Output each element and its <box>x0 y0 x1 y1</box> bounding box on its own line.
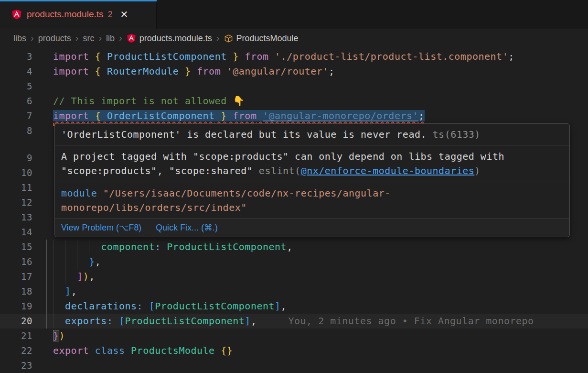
code-line-content[interactable]: // This import is not allowed 👇 <box>53 94 588 109</box>
code-line[interactable]: 17 ]), <box>0 269 588 284</box>
line-number[interactable]: 18 <box>0 284 32 299</box>
breadcrumb-item-libs[interactable]: libs <box>13 33 26 44</box>
hover-actions-bar: View Problem (⌥F8) Quick Fix... (⌘.) <box>55 219 569 237</box>
line-number[interactable]: 19 <box>0 299 32 314</box>
line-number[interactable]: 7 <box>0 109 32 123</box>
tab-bar: products.module.ts 2 ✕ <box>0 0 588 29</box>
line-number[interactable]: 3 <box>0 49 32 64</box>
tab-error-count-badge: 2 <box>108 10 113 20</box>
tab-title: products.module.ts <box>27 9 104 20</box>
line-number[interactable]: 12 <box>0 195 32 210</box>
line-number[interactable]: 20 <box>0 314 32 329</box>
git-blame-annotation: You, 2 minutes ago • Fix Angular monorep… <box>257 315 534 327</box>
code-line[interactable]: 6// This import is not allowed 👇 <box>0 94 588 109</box>
breadcrumb-item-symbol[interactable]: ProductsModule <box>224 33 299 44</box>
view-problem-action[interactable]: View Problem (⌥F8) <box>61 222 141 234</box>
quick-fix-action[interactable]: Quick Fix... (⌘.) <box>156 222 218 234</box>
bracket-pair-guide <box>46 314 47 329</box>
code-line-content[interactable]: import { ProductListComponent } from './… <box>53 49 588 64</box>
line-number[interactable]: 8 <box>0 123 32 138</box>
hover-message-row: A project tagged with "scope:products" c… <box>55 145 569 182</box>
breadcrumb-item-products[interactable]: products <box>38 33 71 44</box>
line-number[interactable]: 17 <box>0 269 32 284</box>
code-line-content[interactable]: ], <box>53 284 588 299</box>
indent-guide <box>53 269 53 284</box>
code-line-content[interactable]: declarations: [ProductListComponent], <box>53 299 588 314</box>
active-tab-indicator <box>0 0 157 1</box>
error-underlined-statement: import { OrderListComponent } from '@ang… <box>53 110 425 121</box>
code-line-content[interactable]: component: ProductListComponent, <box>53 240 588 254</box>
line-number[interactable]: 6 <box>0 94 32 109</box>
code-line[interactable]: 16 }, <box>0 254 588 269</box>
line-number[interactable]: 11 <box>0 180 32 195</box>
bracket-pair-guide <box>46 284 47 299</box>
breadcrumb-item-src[interactable]: src <box>83 33 94 44</box>
code-line[interactable]: 23 <box>0 358 588 373</box>
code-line-content[interactable]: exports: [ProductListComponent],You, 2 m… <box>53 314 588 329</box>
code-line-content[interactable]: export class ProductsModule {} <box>53 343 588 358</box>
bracket-pair-guide <box>46 240 47 254</box>
hover-message-row: 'OrderListComponent' is declared but its… <box>55 124 569 145</box>
indent-guide <box>65 240 65 254</box>
indent-guide <box>77 254 77 269</box>
code-line[interactable]: 7import { OrderListComponent } from '@an… <box>0 109 588 123</box>
line-number[interactable]: 22 <box>0 343 32 358</box>
angular-icon <box>127 33 136 43</box>
line-number[interactable]: 13 <box>0 210 32 225</box>
code-editor[interactable]: 3import { ProductListComponent } from '.… <box>0 48 588 373</box>
code-line[interactable]: 15 component: ProductListComponent, <box>0 240 588 254</box>
editor-tab[interactable]: products.module.ts 2 ✕ <box>0 0 157 29</box>
indent-guide <box>53 240 53 254</box>
chevron-right-icon: › <box>75 33 79 44</box>
error-hover-popup: 'OrderListComponent' is declared but its… <box>54 123 570 237</box>
indent-guide <box>53 284 53 299</box>
line-number[interactable]: 9 <box>0 151 32 165</box>
code-line-content[interactable]: }) <box>53 329 588 343</box>
code-line[interactable]: 5 <box>0 79 588 94</box>
code-line[interactable]: 21}) <box>0 329 588 343</box>
eslint-rule-link[interactable]: @nx/enforce-module-boundaries <box>301 165 475 176</box>
code-line-content[interactable] <box>53 358 588 373</box>
breadcrumb-item-file[interactable]: products.module.ts <box>127 33 212 44</box>
code-line-content[interactable]: import { RouterModule } from '@angular/r… <box>53 64 588 79</box>
chevron-right-icon: › <box>119 33 122 44</box>
indent-guide <box>65 254 65 269</box>
code-line[interactable]: 19 declarations: [ProductListComponent], <box>0 299 588 314</box>
close-icon[interactable]: ✕ <box>120 10 128 19</box>
chevron-right-icon: › <box>216 33 220 44</box>
line-number[interactable]: 5 <box>0 79 32 94</box>
line-number[interactable]: 16 <box>0 254 32 269</box>
code-line-content[interactable] <box>53 79 588 94</box>
bracket-pair-guide <box>46 254 47 269</box>
indent-guide <box>89 240 89 254</box>
chevron-right-icon: › <box>98 33 102 44</box>
bracket-pair-guide <box>46 269 47 284</box>
line-number[interactable]: 4 <box>0 64 32 79</box>
line-number[interactable]: 15 <box>0 240 32 254</box>
code-line[interactable]: 4import { RouterModule } from '@angular/… <box>0 64 588 79</box>
indent-guide <box>53 314 53 329</box>
indent-guide <box>77 240 77 254</box>
line-number[interactable]: 23 <box>0 358 32 373</box>
bracket-pair-guide <box>46 299 47 314</box>
chevron-right-icon: › <box>31 33 34 44</box>
angular-icon <box>11 9 22 20</box>
breadcrumb-item-lib[interactable]: lib <box>106 33 115 44</box>
code-line[interactable]: 3import { ProductListComponent } from '.… <box>0 49 588 64</box>
indent-guide <box>53 254 53 269</box>
code-line-content[interactable]: import { OrderListComponent } from '@ang… <box>53 109 588 123</box>
breadcrumb: libs › products › src › lib › products.m… <box>0 29 588 48</box>
line-number[interactable]: 21 <box>0 329 32 343</box>
code-line[interactable]: 20 exports: [ProductListComponent],You, … <box>0 314 588 329</box>
code-line[interactable]: 22export class ProductsModule {} <box>0 343 588 358</box>
indent-guide <box>65 269 65 284</box>
code-line-content[interactable]: ]), <box>53 269 588 284</box>
line-number[interactable]: 10 <box>0 165 32 180</box>
indent-guide <box>53 299 53 314</box>
class-symbol-icon <box>224 34 233 43</box>
code-line-content[interactable]: }, <box>53 254 588 269</box>
line-number[interactable]: 14 <box>0 225 32 240</box>
hover-message-row: module "/Users/isaac/Documents/code/nx-r… <box>55 182 569 219</box>
code-line[interactable]: 18 ], <box>0 284 588 299</box>
